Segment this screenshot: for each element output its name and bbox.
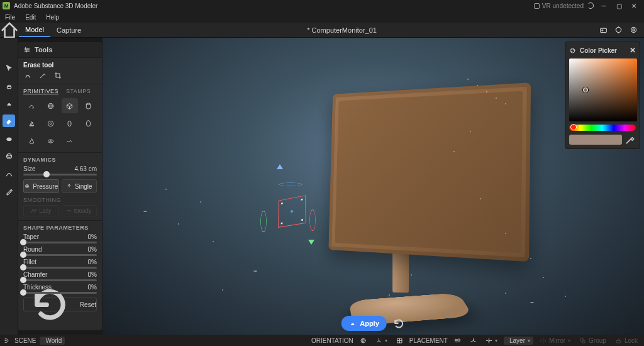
- svg-rect-27: [617, 340, 621, 342]
- menu-help[interactable]: Help: [41, 14, 64, 21]
- world-label: World: [45, 337, 62, 344]
- placement-surface[interactable]: [467, 337, 479, 344]
- orientation-compass[interactable]: [357, 337, 369, 344]
- warp-tool[interactable]: [3, 150, 15, 162]
- svg-point-3: [631, 27, 636, 32]
- crease-tool[interactable]: [3, 167, 15, 180]
- primitive-box[interactable]: [62, 98, 78, 113]
- pressure-toggle[interactable]: Pressure: [23, 179, 59, 193]
- primitive-curve[interactable]: [23, 98, 40, 113]
- svg-point-4: [632, 29, 634, 31]
- paint-tool[interactable]: [3, 185, 15, 198]
- param-fillet[interactable]: Fillet0%: [23, 259, 97, 269]
- steady-button[interactable]: ⤳Steady: [62, 205, 97, 216]
- model-monitor: [316, 88, 536, 333]
- viewport-3d[interactable]: Apply Color Picker ✕: [103, 38, 644, 335]
- environment-button[interactable]: [596, 24, 610, 36]
- svg-point-8: [48, 104, 53, 106]
- render-button[interactable]: [626, 24, 640, 36]
- menu-file[interactable]: File: [0, 14, 20, 21]
- tool-profile-a[interactable]: [23, 71, 32, 80]
- steady-label: Steady: [74, 208, 91, 214]
- home-icon: [0, 21, 19, 40]
- svg-point-19: [573, 49, 574, 50]
- mode-capture[interactable]: Capture: [50, 23, 87, 37]
- primitive-disc[interactable]: [42, 116, 58, 131]
- menu-edit[interactable]: Edit: [20, 14, 41, 21]
- close-button[interactable]: ✕: [626, 0, 641, 11]
- placement-grid[interactable]: [452, 337, 464, 344]
- primitive-sphere[interactable]: [42, 98, 58, 113]
- color-picker-close[interactable]: ✕: [630, 46, 636, 55]
- color-saturation-field[interactable]: [569, 59, 637, 121]
- primitive-egg[interactable]: [80, 116, 97, 131]
- mode-model[interactable]: Model: [19, 23, 50, 37]
- menubar: File Edit Help: [0, 11, 644, 23]
- clay-tool[interactable]: [3, 79, 15, 92]
- tool-profile-b[interactable]: [38, 71, 47, 80]
- smooth-tool[interactable]: [3, 132, 15, 145]
- shape-params-label: SHAPE PARAMETERS: [23, 225, 97, 231]
- svg-point-9: [87, 103, 91, 104]
- param-taper[interactable]: Taper0%: [23, 233, 97, 243]
- svg-rect-26: [582, 340, 585, 342]
- scene-label: SCENE: [14, 337, 36, 344]
- orientation-axis[interactable]: ▾: [373, 337, 390, 344]
- apply-button[interactable]: Apply: [341, 316, 387, 331]
- erase-tool[interactable]: [3, 114, 15, 127]
- primitive-squiggle[interactable]: [62, 133, 78, 148]
- svg-point-1: [601, 30, 602, 31]
- buildup-tool[interactable]: [3, 97, 15, 109]
- mirror-label: Mirror: [549, 337, 565, 344]
- lazy-label: Lazy: [39, 208, 51, 214]
- tool-profile-crop[interactable]: [53, 71, 62, 80]
- lazy-button[interactable]: AᵃLazy: [23, 205, 59, 216]
- svg-point-11: [50, 123, 51, 124]
- tools-panel: Tools Erase tool PRIMITIVES STAMPS: [18, 42, 103, 331]
- maximize-button[interactable]: ▢: [611, 0, 626, 11]
- world-button[interactable]: World: [40, 337, 65, 345]
- vr-status-label: VR undetected: [542, 3, 584, 9]
- layer-button[interactable]: Layer▾: [504, 337, 533, 345]
- primitive-prism[interactable]: [23, 116, 40, 131]
- palette-icon: [569, 47, 576, 54]
- group-button[interactable]: Group: [577, 337, 609, 344]
- primitive-cone[interactable]: [23, 133, 40, 148]
- param-round[interactable]: Round0%: [23, 246, 97, 256]
- minimize-button[interactable]: ─: [596, 0, 611, 11]
- apply-icon: [348, 320, 356, 327]
- select-tool[interactable]: [3, 62, 15, 74]
- sliders-icon: [23, 46, 31, 53]
- svg-point-17: [570, 48, 575, 53]
- apply-undo-button[interactable]: [391, 316, 406, 331]
- eyedropper-button[interactable]: [625, 135, 636, 145]
- param-chamfer[interactable]: Chamfer0%: [23, 271, 97, 281]
- orientation-snap[interactable]: [394, 337, 406, 344]
- color-cursor: [583, 87, 588, 92]
- vr-status: VR undetected: [534, 3, 584, 9]
- tab-primitives[interactable]: PRIMITIVES: [23, 88, 58, 94]
- tab-stamps[interactable]: STAMPS: [66, 88, 91, 94]
- svg-point-13: [48, 140, 53, 143]
- color-picker-title: Color Picker: [580, 47, 617, 54]
- single-toggle[interactable]: Single: [62, 179, 97, 193]
- primitive-torus[interactable]: [42, 133, 58, 148]
- svg-point-20: [572, 51, 572, 52]
- primitive-cylinder[interactable]: [80, 98, 97, 113]
- size-label: Size: [23, 165, 35, 172]
- primitive-capsule[interactable]: [62, 116, 78, 131]
- current-color-swatch[interactable]: [569, 135, 622, 145]
- home-button[interactable]: [0, 21, 19, 40]
- camera-button[interactable]: [611, 24, 625, 36]
- svg-point-2: [616, 27, 621, 32]
- reset-button[interactable]: Reset: [23, 298, 97, 311]
- placement-label: PLACEMENT: [409, 337, 448, 344]
- refresh-icon[interactable]: [587, 3, 594, 9]
- size-slider[interactable]: Size4.63 cm: [23, 165, 97, 176]
- placement-free[interactable]: ▾: [483, 337, 500, 344]
- mirror-button[interactable]: Mirror▾: [537, 337, 573, 344]
- mode-model-label: Model: [25, 26, 44, 33]
- hue-slider[interactable]: [569, 125, 636, 131]
- lock-button[interactable]: Lock: [613, 337, 640, 344]
- tool-current-section: Erase tool: [18, 57, 102, 84]
